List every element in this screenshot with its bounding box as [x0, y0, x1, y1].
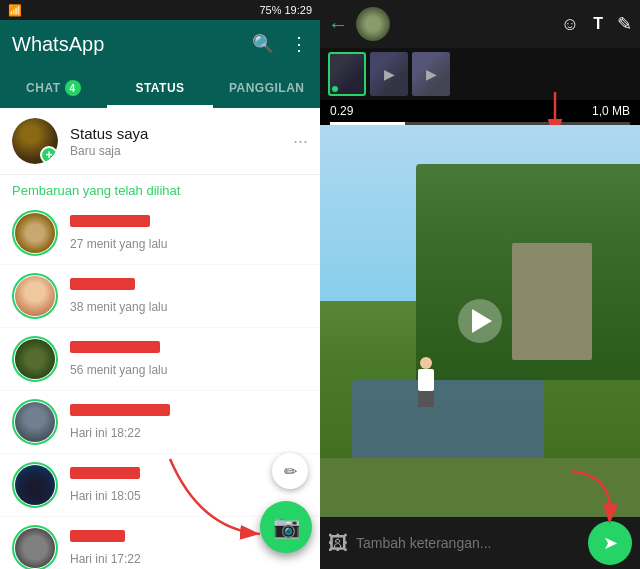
app-title: WhatsApp	[12, 33, 104, 56]
my-status-item[interactable]: + Status saya Baru saja ···	[0, 108, 320, 175]
chat-badge: 4	[65, 80, 81, 96]
right-header-icons: ☺ T ✎	[561, 13, 632, 35]
status-info-4: Hari ini 18:22	[70, 404, 308, 440]
send-arrow-container: ➤	[588, 521, 632, 565]
time-text: 19:29	[284, 4, 312, 16]
fab-camera-button[interactable]: 📷	[260, 501, 312, 553]
status-avatar-ring-6	[12, 525, 58, 569]
caption-input[interactable]	[356, 535, 580, 551]
more-options-icon[interactable]: ⋮	[290, 33, 308, 55]
tabs-bar: CHAT 4 STATUS PANGGILAN	[0, 68, 320, 108]
fab-pencil-button[interactable]: ✏	[272, 453, 308, 489]
whatsapp-header: WhatsApp 🔍 ⋮	[0, 20, 320, 68]
main-video-area[interactable]	[320, 125, 640, 517]
video-size-label: 1,0 MB	[592, 104, 630, 118]
status-avatar-6	[15, 528, 55, 568]
status-item[interactable]: 38 menit yang lalu	[0, 265, 320, 328]
status-avatar-ring-1	[12, 210, 58, 256]
status-name-redacted-6	[70, 530, 125, 542]
section-label: Pembaruan yang telah dilihat	[0, 175, 320, 202]
video-meta: 0.29 1,0 MB	[320, 100, 640, 122]
my-status-avatar: +	[12, 118, 58, 164]
play-button[interactable]	[458, 299, 502, 343]
thumbnail-0[interactable]	[328, 52, 366, 96]
pencil-icon: ✏	[284, 462, 297, 481]
thumbnails-strip[interactable]: ▶ ▶	[320, 48, 640, 100]
sim-icon: 📶	[8, 4, 22, 17]
status-bar: 📶 75% 19:29	[0, 0, 320, 20]
person-figure	[416, 357, 436, 407]
right-header: ← ☺ T ✎	[320, 0, 640, 48]
status-avatar-2	[15, 276, 55, 316]
status-avatar-5	[15, 465, 55, 505]
tab-panggilan[interactable]: PANGGILAN	[213, 68, 320, 108]
tab-chat[interactable]: CHAT 4	[0, 68, 107, 108]
thumbnail-2[interactable]: ▶	[412, 52, 450, 96]
status-time-2: 38 menit yang lalu	[70, 300, 308, 314]
status-avatar-3	[15, 339, 55, 379]
status-info-3: 56 menit yang lalu	[70, 341, 308, 377]
back-button[interactable]: ←	[328, 13, 348, 36]
my-status-time: Baru saja	[70, 144, 293, 158]
status-avatar-ring-2	[12, 273, 58, 319]
status-time-1: 27 menit yang lalu	[70, 237, 308, 251]
emoji-icon[interactable]: ☺	[561, 14, 579, 35]
status-bar-right: 75% 19:29	[259, 4, 312, 16]
play-triangle-icon	[472, 309, 492, 333]
tab-status[interactable]: STATUS	[107, 68, 214, 108]
status-info-2: 38 menit yang lalu	[70, 278, 308, 314]
header-icons: 🔍 ⋮	[252, 33, 308, 55]
add-media-icon[interactable]: 🖼	[328, 532, 348, 555]
status-time-5: Hari ini 18:05	[70, 489, 308, 503]
my-status-name: Status saya	[70, 125, 293, 142]
status-name-redacted-5	[70, 467, 140, 479]
camera-icon: 📷	[273, 514, 300, 540]
status-avatar-1	[15, 213, 55, 253]
video-scene	[320, 125, 640, 517]
video-time-label: 0.29	[330, 104, 353, 118]
bottom-bar: 🖼 ➤	[320, 517, 640, 569]
building-layer	[512, 243, 592, 361]
right-panel: ← ☺ T ✎ ▶ ▶ 0.29 1,0 MB	[320, 0, 640, 569]
status-time-3: 56 menit yang lalu	[70, 363, 308, 377]
left-panel: 📶 75% 19:29 WhatsApp 🔍 ⋮ CHAT 4 STATUS P…	[0, 0, 320, 569]
status-time-4: Hari ini 18:22	[70, 426, 308, 440]
status-name-redacted-1	[70, 215, 150, 227]
status-avatar-4	[15, 402, 55, 442]
send-button[interactable]: ➤	[588, 521, 632, 565]
status-info-1: 27 menit yang lalu	[70, 215, 308, 251]
status-avatar-ring-3	[12, 336, 58, 382]
ground-layer	[320, 458, 640, 517]
status-bar-left: 📶	[8, 4, 22, 17]
thumbnail-1[interactable]: ▶	[370, 52, 408, 96]
status-name-redacted-2	[70, 278, 135, 290]
status-time-6: Hari ini 17:22	[70, 552, 308, 566]
status-name-redacted-3	[70, 341, 160, 353]
battery-text: 75%	[259, 4, 281, 16]
status-item[interactable]: Hari ini 18:22	[0, 391, 320, 454]
status-avatar-ring-5	[12, 462, 58, 508]
status-item[interactable]: 56 menit yang lalu	[0, 328, 320, 391]
right-avatar	[356, 7, 390, 41]
my-status-info: Status saya Baru saja	[70, 125, 293, 158]
text-icon[interactable]: T	[593, 15, 603, 33]
status-avatar-ring-4	[12, 399, 58, 445]
draw-icon[interactable]: ✎	[617, 13, 632, 35]
status-list: + Status saya Baru saja ··· Pembaruan ya…	[0, 108, 320, 569]
status-item[interactable]: 27 menit yang lalu	[0, 202, 320, 265]
send-icon: ➤	[603, 532, 618, 554]
search-icon[interactable]: 🔍	[252, 33, 274, 55]
my-status-more-icon[interactable]: ···	[293, 131, 308, 152]
status-name-redacted-4	[70, 404, 170, 416]
